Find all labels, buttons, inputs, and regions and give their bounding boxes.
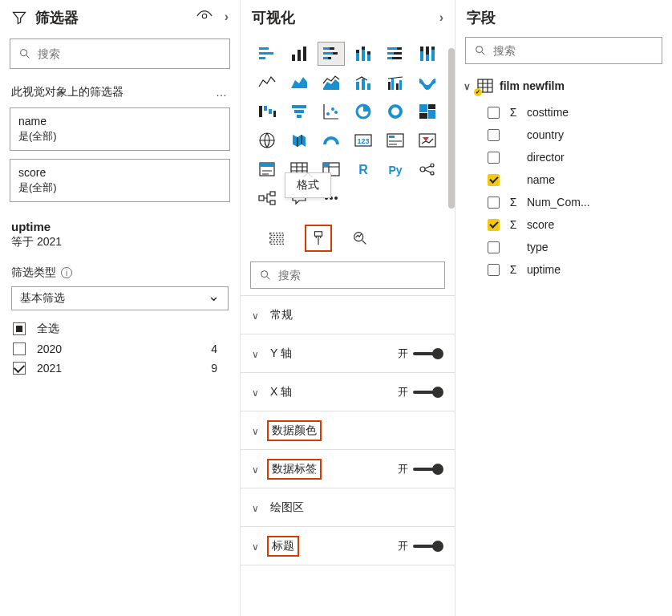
fields-search-input[interactable] xyxy=(493,44,654,57)
viz-clustered-bar-icon[interactable] xyxy=(285,42,313,66)
svg-rect-15 xyxy=(356,50,359,53)
field-row[interactable]: Σcosttime xyxy=(464,101,664,124)
viz-header: 可视化 › xyxy=(241,0,455,35)
filters-search-input[interactable] xyxy=(38,47,221,60)
table-header[interactable]: ✓ film newfilm xyxy=(464,74,664,101)
filter-option[interactable]: 全选 xyxy=(13,318,227,339)
viz-donut-icon[interactable] xyxy=(382,99,409,124)
checkbox-checked[interactable] xyxy=(13,362,26,375)
viz-area-icon[interactable] xyxy=(285,71,313,95)
format-section[interactable]: 绘图区 xyxy=(241,488,455,527)
format-tooltip: 格式 xyxy=(285,172,331,198)
field-checkbox[interactable] xyxy=(488,107,500,119)
collapse-viz-icon[interactable]: › xyxy=(439,10,443,25)
filter-card[interactable]: name 是(全部) xyxy=(10,107,230,151)
analytics-tab-icon[interactable] xyxy=(346,225,374,252)
viz-stacked-bar-icon[interactable] xyxy=(253,42,281,66)
field-row[interactable]: Σcountry xyxy=(464,124,664,146)
filter-type-dropdown[interactable]: 基本筛选 xyxy=(11,286,229,310)
viz-r-icon[interactable]: R xyxy=(350,157,377,181)
format-search[interactable] xyxy=(250,261,445,289)
collapse-filters-icon[interactable]: › xyxy=(225,10,229,26)
format-section[interactable]: X 轴开 xyxy=(241,373,455,411)
viz-kpi-icon[interactable] xyxy=(414,128,441,152)
option-count: 4 xyxy=(211,342,227,355)
viz-key-influencers-icon[interactable] xyxy=(414,157,441,181)
viz-card-icon[interactable]: 123 xyxy=(350,128,377,152)
viz-scatter-icon[interactable] xyxy=(318,99,345,124)
field-row[interactable]: Σdirector xyxy=(464,146,664,168)
field-checkbox[interactable] xyxy=(488,241,500,253)
viz-multirow-card-icon[interactable] xyxy=(382,128,409,152)
toggle-switch[interactable]: 开 xyxy=(398,539,442,553)
svg-rect-36 xyxy=(391,79,394,90)
field-row[interactable]: Σuptime xyxy=(464,258,664,281)
viz-waterfall-icon[interactable] xyxy=(253,99,281,124)
toggle-switch[interactable]: 开 xyxy=(398,385,442,399)
viz-treemap-icon[interactable] xyxy=(414,99,441,124)
viz-100-stacked-column-icon[interactable] xyxy=(414,42,441,66)
svg-rect-5 xyxy=(292,55,295,61)
fields-tab-icon[interactable] xyxy=(263,225,290,252)
viz-stacked-area-icon[interactable] xyxy=(318,71,345,95)
format-tab-icon[interactable] xyxy=(305,225,332,252)
viz-python-icon[interactable]: Py xyxy=(382,157,409,181)
filter-card-active[interactable]: uptime 等于 2021 xyxy=(0,209,240,253)
viz-gauge-icon[interactable] xyxy=(318,128,345,152)
svg-rect-7 xyxy=(303,47,306,61)
filter-option[interactable]: 2020 4 xyxy=(13,339,227,359)
format-section[interactable]: 常规 xyxy=(241,296,455,334)
format-section-label: 数据颜色 xyxy=(267,420,322,441)
field-checkbox[interactable] xyxy=(488,264,500,276)
filter-option[interactable]: 2021 9 xyxy=(13,359,227,378)
viz-100-stacked-bar-icon[interactable] xyxy=(382,42,409,66)
format-section[interactable]: 标题开 xyxy=(241,527,455,565)
viz-line-icon[interactable] xyxy=(253,71,281,95)
field-row[interactable]: ΣNum_Com... xyxy=(464,191,664,213)
format-search-input[interactable] xyxy=(278,269,436,282)
field-name: uptime xyxy=(527,263,561,276)
viz-decomposition-icon[interactable] xyxy=(253,186,281,210)
viz-funnel-icon[interactable] xyxy=(285,99,313,124)
field-checkbox[interactable] xyxy=(488,197,500,209)
viz-pie-icon[interactable] xyxy=(350,99,377,124)
fields-search[interactable] xyxy=(465,37,662,64)
format-section[interactable]: 数据标签开 xyxy=(241,450,455,488)
field-row[interactable]: Σscore xyxy=(464,213,664,236)
filters-header: 筛选器 › xyxy=(0,0,240,35)
more-icon[interactable]: … xyxy=(216,86,229,99)
viz-filled-map-icon[interactable] xyxy=(285,128,313,152)
chevron-down-icon xyxy=(252,540,259,553)
eye-icon[interactable] xyxy=(196,10,213,26)
toggle-switch[interactable]: 开 xyxy=(398,462,442,476)
scrollbar[interactable] xyxy=(448,48,455,209)
field-checkbox[interactable] xyxy=(488,219,500,231)
viz-line-stacked-icon[interactable] xyxy=(350,71,377,95)
svg-rect-27 xyxy=(420,47,423,51)
filters-search[interactable] xyxy=(10,38,230,69)
toggle-switch[interactable]: 开 xyxy=(398,346,442,361)
viz-slicer-icon[interactable] xyxy=(253,157,281,181)
viz-title: 可视化 xyxy=(252,8,295,27)
table-icon: ✓ xyxy=(477,79,493,93)
field-checkbox[interactable] xyxy=(488,174,500,186)
viz-stacked-column-icon[interactable] xyxy=(350,42,377,66)
svg-rect-65 xyxy=(323,163,329,167)
field-checkbox[interactable] xyxy=(488,129,500,141)
field-row[interactable]: Σtype xyxy=(464,236,664,258)
viz-map-icon[interactable] xyxy=(253,128,281,152)
field-checkbox[interactable] xyxy=(488,152,500,164)
chevron-down-icon xyxy=(208,290,220,307)
viz-ribbon-icon[interactable] xyxy=(414,71,441,95)
filter-card[interactable]: score 是(全部) xyxy=(10,159,230,202)
viz-line-clustered-icon[interactable] xyxy=(382,71,409,95)
toggle-label: 开 xyxy=(398,346,408,361)
field-row[interactable]: Σname xyxy=(464,168,664,191)
info-icon[interactable]: i xyxy=(61,267,72,278)
format-section[interactable]: Y 轴开 xyxy=(241,334,455,373)
fields-pane: 字段 ✓ film newfilm ΣcosttimeΣcountryΣdire… xyxy=(455,0,672,616)
format-section[interactable]: 数据颜色 xyxy=(241,411,455,450)
viz-stacked-bar-horizontal-icon[interactable] xyxy=(318,42,345,66)
checkbox-partial[interactable] xyxy=(13,322,26,335)
checkbox-unchecked[interactable] xyxy=(13,342,26,355)
